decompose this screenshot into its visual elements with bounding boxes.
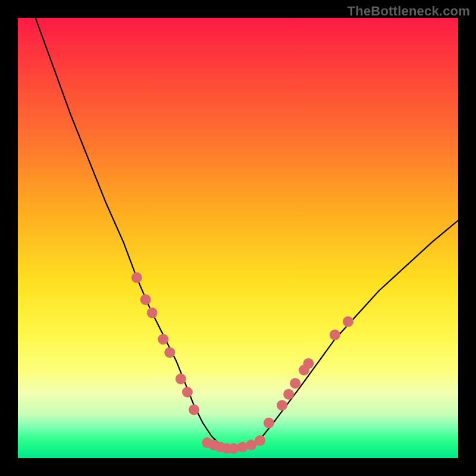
data-point (255, 435, 265, 446)
data-point (343, 317, 353, 327)
data-point (264, 418, 274, 428)
data-point (182, 387, 193, 397)
bottleneck-curve (36, 18, 458, 449)
data-point (176, 374, 186, 384)
chart-container: TheBottleneck.com (0, 0, 476, 476)
data-point (330, 330, 340, 340)
data-point (140, 295, 151, 305)
data-point (277, 400, 287, 411)
data-point (290, 378, 300, 389)
marker-group (131, 273, 353, 454)
data-point (164, 347, 175, 358)
plot-area (18, 18, 458, 458)
chart-svg (18, 18, 458, 458)
data-point (158, 334, 168, 345)
data-point (283, 389, 294, 400)
data-point (147, 308, 158, 318)
data-point (131, 273, 142, 283)
data-point (303, 358, 314, 369)
watermark-text: TheBottleneck.com (347, 4, 470, 19)
data-point (189, 405, 199, 415)
